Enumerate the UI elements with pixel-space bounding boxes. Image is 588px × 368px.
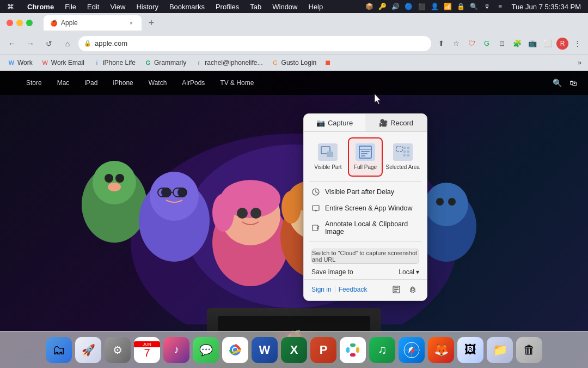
menu-tab[interactable]: Tab <box>247 2 264 11</box>
adblock-icon[interactable]: 🛡 <box>465 37 478 50</box>
new-tab-button[interactable]: + <box>144 15 159 31</box>
tab-record[interactable]: 🎥 Record <box>365 114 427 131</box>
tab-capture[interactable]: 📷 Capture <box>304 114 365 131</box>
svg-point-5 <box>115 174 124 183</box>
apple-search-icon[interactable]: 🔍 <box>553 79 562 87</box>
dock-messages[interactable]: 💬 <box>193 337 219 363</box>
bookmark-iphone-life[interactable]: i iPhone Life <box>90 58 139 68</box>
menu-view[interactable]: View <box>107 2 128 11</box>
tab-close-button[interactable]: × <box>127 19 135 27</box>
cast-screen-icon[interactable]: 📺 <box>526 37 539 50</box>
bookmark-work[interactable]: W Work <box>4 58 36 68</box>
popup-tabs: 📷 Capture 🎥 Record <box>304 114 427 132</box>
svg-rect-59 <box>394 287 399 288</box>
menu-help[interactable]: Help <box>306 2 326 11</box>
capture-visible-part[interactable]: Visible Part <box>310 137 345 177</box>
menu-profiles[interactable]: Profiles <box>213 2 242 11</box>
save-location-dropdown[interactable]: Local ▾ <box>399 268 419 276</box>
capture-selected-area[interactable]: Selected Area <box>385 137 420 177</box>
dock-preview[interactable]: 🖼 <box>457 337 483 363</box>
menu-annotate[interactable]: Annotate Local & Clipboard Image <box>304 216 427 239</box>
history-icon-button[interactable] <box>390 283 403 296</box>
minimize-button[interactable] <box>16 20 23 26</box>
svg-rect-41 <box>361 155 365 156</box>
dock-launchpad[interactable]: 🚀 <box>75 337 101 363</box>
apple-nav-store[interactable]: Store <box>26 79 42 87</box>
back-button[interactable]: ← <box>4 36 20 51</box>
bookmark-star-icon[interactable]: ☆ <box>450 37 463 50</box>
dock-slack[interactable] <box>340 337 366 363</box>
chrome-menu-button[interactable]: ⋮ <box>571 37 584 50</box>
cloud-switch-button[interactable]: Switch to "Cloud" to capture screenshot … <box>311 249 419 264</box>
menu-entire-screen[interactable]: Entire Screen & App Window <box>304 200 427 216</box>
visible-part-svg <box>320 146 335 159</box>
search-icon[interactable]: 🔍 <box>470 2 479 11</box>
apple-nav-ipad[interactable]: iPad <box>84 79 97 87</box>
dropbox-icon: 📦 <box>365 2 374 11</box>
apple-menu[interactable]: ⌘ <box>4 2 17 11</box>
menu-chrome[interactable]: Chrome <box>24 2 57 11</box>
sign-in-link[interactable]: Sign in <box>311 286 332 293</box>
chrome-window: 🍎 Apple × + ← → ↺ ⌂ 🔒 apple.com ⬆ ☆ 🛡 G … <box>0 13 588 368</box>
bookmark-work-email[interactable]: W Work Email <box>38 58 88 68</box>
bookmark-favicon-extra: ■ <box>325 58 330 68</box>
bookmark-rachel[interactable]: r rachel@iphonelife... <box>192 58 266 68</box>
menu-file[interactable]: File <box>62 2 79 11</box>
dock-powerpoint[interactable]: P <box>310 337 336 363</box>
tab-title: Apple <box>61 19 78 27</box>
bookmarks-more-button[interactable]: » <box>575 58 584 68</box>
grammarly-icon[interactable]: G <box>480 37 493 50</box>
dock-finder[interactable]: 🗂 <box>46 337 72 363</box>
menu-edit[interactable]: Edit <box>84 2 102 11</box>
apple-nav-tv[interactable]: TV & Home <box>220 79 254 87</box>
close-button[interactable] <box>7 20 13 26</box>
capture-full-page[interactable]: Full Page <box>348 137 383 177</box>
dock-calendar[interactable]: JUN 7 <box>134 337 160 363</box>
sidebar-icon[interactable]: ⬜ <box>541 37 554 50</box>
menu-visible-delay[interactable]: Visible Part after Delay <box>304 184 427 200</box>
dock-trash[interactable]: 🗑 <box>516 337 542 363</box>
bookmark-gusto[interactable]: G Gusto Login <box>268 58 320 68</box>
battery-icon: ⬛ <box>418 2 426 11</box>
bookmark-extra[interactable]: ■ <box>322 57 334 69</box>
dock-settings[interactable]: ⚙ <box>105 337 131 363</box>
screen-icon <box>311 204 320 213</box>
dock-excel[interactable]: X <box>281 337 307 363</box>
dock-safari[interactable] <box>399 337 425 363</box>
dock-chrome[interactable] <box>222 337 248 363</box>
feedback-link[interactable]: Feedback <box>339 286 367 293</box>
bookmark-grammarly[interactable]: G Grammarly <box>141 58 189 68</box>
dock-firefox[interactable]: 🦊 <box>428 337 454 363</box>
apple-nav-iphone[interactable]: iPhone <box>113 79 133 87</box>
refresh-button[interactable]: ↺ <box>41 36 57 51</box>
forward-button[interactable]: → <box>23 36 38 51</box>
apple-nav-mac[interactable]: Mac <box>57 79 70 87</box>
user-icon: 👤 <box>431 2 439 11</box>
svg-rect-39 <box>361 151 370 152</box>
bookmarks-bar: W Work W Work Email i iPhone Life G Gram… <box>0 55 588 71</box>
menu-window[interactable]: Window <box>270 2 300 11</box>
tab-apple[interactable]: 🍎 Apple × <box>44 15 142 31</box>
menu-history[interactable]: History <box>133 2 161 11</box>
extensions-puzzle-icon[interactable]: 🧩 <box>511 37 524 50</box>
dock-file-browser[interactable]: 📁 <box>487 337 513 363</box>
dock-word[interactable]: W <box>252 337 278 363</box>
share-icon[interactable]: ⬆ <box>434 37 448 50</box>
menu-bookmarks[interactable]: Bookmarks <box>167 2 207 11</box>
home-button[interactable]: ⌂ <box>60 36 75 51</box>
svg-rect-60 <box>394 289 399 290</box>
cast-icon[interactable]: ⊡ <box>495 37 509 50</box>
dock-spotify[interactable]: ♫ <box>369 337 395 363</box>
maximize-button[interactable] <box>26 20 33 26</box>
address-bar[interactable]: 🔒 apple.com <box>78 36 431 51</box>
apple-nav-watch[interactable]: Watch <box>149 79 167 87</box>
dock-music[interactable]: ♪ <box>163 337 189 363</box>
profile-avatar[interactable]: R <box>556 38 568 50</box>
apple-nav-airpods[interactable]: AirPods <box>182 79 205 87</box>
apple-bag-icon[interactable]: 🛍 <box>569 79 577 87</box>
full-page-label: Full Page <box>354 164 377 171</box>
nav-right-icons: ⬆ ☆ 🛡 G ⊡ 🧩 📺 ⬜ R ⋮ <box>434 37 584 50</box>
selected-area-icon <box>393 143 413 161</box>
full-page-svg <box>358 146 373 159</box>
settings-icon-button[interactable] <box>406 283 419 296</box>
